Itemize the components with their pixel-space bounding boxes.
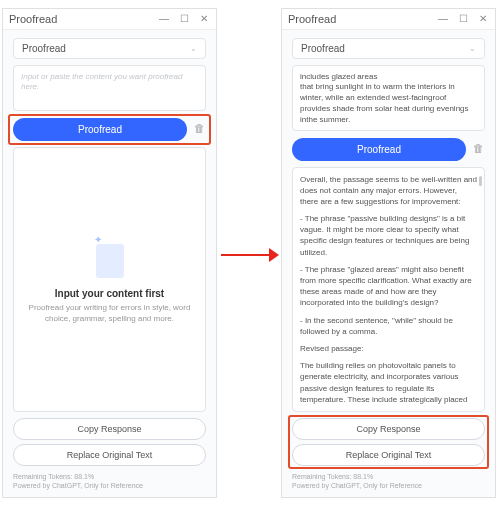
- proofread-row: Proofread 🗑: [292, 138, 485, 161]
- tokens-remaining: Remaining Tokens: 88.1%: [292, 472, 485, 481]
- mode-dropdown[interactable]: Proofread ⌄: [13, 38, 206, 59]
- minimize-icon[interactable]: —: [437, 13, 449, 25]
- arrow-right-icon: [221, 248, 279, 262]
- input-textarea[interactable]: Input or paste the content you want proo…: [13, 65, 206, 111]
- dropdown-value: Proofread: [301, 43, 345, 54]
- powered-by: Powered by ChatGPT, Only for Reference: [292, 481, 485, 490]
- copy-response-button[interactable]: Copy Response: [292, 418, 485, 440]
- titlebar: Proofread — ☐ ✕: [3, 9, 216, 30]
- result-paragraph: Overall, the passage seems to be well-wr…: [300, 174, 477, 208]
- proofread-button[interactable]: Proofread: [13, 118, 187, 141]
- trash-icon[interactable]: 🗑: [192, 122, 206, 136]
- tokens-remaining: Remaining Tokens: 88.1%: [13, 472, 206, 481]
- action-buttons-group: Copy Response Replace Original Text: [292, 418, 485, 470]
- window-controls: — ☐ ✕: [437, 13, 489, 25]
- maximize-icon[interactable]: ☐: [178, 13, 190, 25]
- input-value: includes glazed areas that bring sunligh…: [300, 72, 469, 124]
- proofread-panel-after: Proofread — ☐ ✕ Proofread ⌄ includes gla…: [281, 8, 496, 498]
- result-paragraph: - The phrase "passive building designs" …: [300, 213, 477, 258]
- result-area: ✦ Input your content first Proofread you…: [13, 147, 206, 412]
- result-area: Overall, the passage seems to be well-wr…: [292, 167, 485, 412]
- maximize-icon[interactable]: ☐: [457, 13, 469, 25]
- window-controls: — ☐ ✕: [158, 13, 210, 25]
- chevron-down-icon: ⌄: [190, 44, 197, 53]
- powered-by: Powered by ChatGPT, Only for Reference: [13, 481, 206, 490]
- proofread-button[interactable]: Proofread: [292, 138, 466, 161]
- window-title: Proofread: [288, 13, 336, 25]
- titlebar: Proofread — ☐ ✕: [282, 9, 495, 30]
- panel-body: Proofread ⌄ Input or paste the content y…: [3, 30, 216, 497]
- copy-response-button[interactable]: Copy Response: [13, 418, 206, 440]
- footer: Remaining Tokens: 88.1% Powered by ChatG…: [292, 472, 485, 491]
- replace-text-button[interactable]: Replace Original Text: [13, 444, 206, 466]
- result-paragraph: - In the second sentence, "while" should…: [300, 315, 477, 337]
- panel-body: Proofread ⌄ includes glazed areas that b…: [282, 30, 495, 497]
- result-text: Overall, the passage seems to be well-wr…: [300, 174, 477, 405]
- input-textarea[interactable]: includes glazed areas that bring sunligh…: [292, 65, 485, 131]
- input-placeholder: Input or paste the content you want proo…: [21, 72, 182, 92]
- close-icon[interactable]: ✕: [477, 13, 489, 25]
- close-icon[interactable]: ✕: [198, 13, 210, 25]
- empty-subtitle: Proofread your writing for errors in sty…: [28, 303, 191, 325]
- trash-icon[interactable]: 🗑: [471, 142, 485, 156]
- empty-title: Input your content first: [55, 288, 164, 299]
- empty-state: ✦ Input your content first Proofread you…: [22, 156, 197, 403]
- dropdown-value: Proofread: [22, 43, 66, 54]
- result-paragraph: - The phrase "glazed areas" might also b…: [300, 264, 477, 309]
- document-icon: ✦: [92, 234, 128, 278]
- result-paragraph: The building relies on photovoltaic pane…: [300, 360, 477, 405]
- replace-text-button[interactable]: Replace Original Text: [292, 444, 485, 466]
- scrollbar-thumb[interactable]: [479, 176, 482, 186]
- proofread-panel-before: Proofread — ☐ ✕ Proofread ⌄ Input or pas…: [2, 8, 217, 498]
- minimize-icon[interactable]: —: [158, 13, 170, 25]
- footer: Remaining Tokens: 88.1% Powered by ChatG…: [13, 472, 206, 491]
- proofread-row: Proofread 🗑: [13, 118, 206, 141]
- mode-dropdown[interactable]: Proofread ⌄: [292, 38, 485, 59]
- result-paragraph: Revised passage:: [300, 343, 477, 354]
- window-title: Proofread: [9, 13, 57, 25]
- chevron-down-icon: ⌄: [469, 44, 476, 53]
